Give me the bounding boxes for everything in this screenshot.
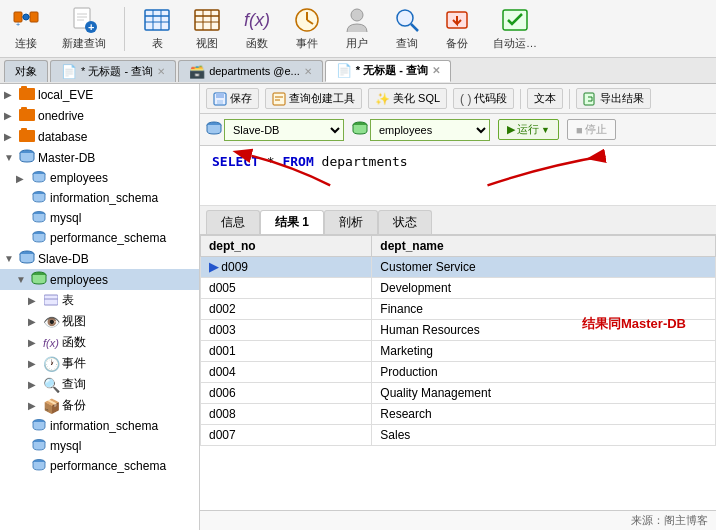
toolbar-table[interactable]: 表 (137, 4, 177, 53)
sidebar-item-slave-db[interactable]: ▼ Slave-DB (0, 248, 199, 269)
toolbar-connect[interactable]: + 连接 (6, 4, 46, 53)
toolbar-event[interactable]: 事件 (287, 4, 327, 53)
toolbar-user[interactable]: 用户 (337, 4, 377, 53)
table-row[interactable]: d008Research (201, 404, 716, 425)
sidebar-label-table-node: 表 (62, 292, 74, 309)
sql-table-name: departments (322, 154, 408, 169)
run-button[interactable]: ▶ 运行 ▼ (498, 119, 559, 140)
backup-label: 备份 (446, 36, 468, 51)
sidebar-label-master-mysql: mysql (50, 211, 81, 225)
tab-untitled-query1[interactable]: 📄 * 无标题 - 查询 ✕ (50, 60, 176, 82)
result-table: dept_no dept_name ▶ d009Customer Service… (200, 235, 716, 446)
tab-object[interactable]: 对象 (4, 60, 48, 82)
text-button[interactable]: 文本 (527, 88, 563, 109)
table-select[interactable]: employees departments (370, 119, 490, 141)
beautify-sql-button[interactable]: ✨ 美化 SQL (368, 88, 447, 109)
svg-rect-35 (21, 128, 27, 132)
connect-icon: + (12, 6, 40, 34)
svg-rect-16 (195, 10, 219, 30)
tab-query1-label: * 无标题 - 查询 (81, 64, 153, 79)
sidebar-label-employees-db: employees (50, 273, 108, 287)
sidebar-item-master-db[interactable]: ▼ Master-DB (0, 147, 199, 168)
tree-arrow-onedrive: ▶ (4, 110, 16, 121)
table-row[interactable]: d005Development (201, 278, 716, 299)
tab-dept-close[interactable]: ✕ (304, 66, 312, 77)
auto-label: 自动运… (493, 36, 537, 51)
db-select[interactable]: Slave-DB Master-DB (224, 119, 344, 141)
sidebar-item-table-node[interactable]: ▶ 表 (0, 290, 199, 311)
sidebar-item-database[interactable]: ▶ database (0, 126, 199, 147)
sidebar-label-master-db: Master-DB (38, 151, 95, 165)
cell-dept-no: d008 (201, 404, 372, 425)
tab-dept-label: departments @e... (209, 65, 300, 77)
table-row[interactable]: d006Quality Management (201, 383, 716, 404)
sidebar-item-master-employees[interactable]: ▶ employees (0, 168, 199, 188)
table-row[interactable]: d004Production (201, 362, 716, 383)
result-tab-status[interactable]: 状态 (378, 210, 432, 234)
svg-line-26 (411, 24, 418, 31)
table-row[interactable]: d007Sales (201, 425, 716, 446)
stop-icon: ■ (576, 124, 583, 136)
sidebar-item-func-node[interactable]: ▶ f(x) 函数 (0, 332, 199, 353)
sidebar-label-master-perf-schema: performance_schema (50, 231, 166, 245)
toolbar-function[interactable]: f(x) 函数 (237, 4, 277, 53)
tree-icon-view-node: 👁️ (42, 314, 60, 330)
code-segment-label: 代码段 (474, 91, 507, 106)
result-tab-result1-label: 结果 1 (275, 215, 309, 229)
toolbar-view[interactable]: 视图 (187, 4, 227, 53)
svg-rect-43 (44, 295, 58, 305)
sidebar-item-event-node[interactable]: ▶ 🕐 事件 (0, 353, 199, 374)
table-row[interactable]: d001Marketing (201, 341, 716, 362)
cell-dept-name: Marketing (372, 341, 716, 362)
toolbar-auto[interactable]: 自动运… (487, 4, 543, 53)
run-dropdown-icon: ▼ (541, 125, 550, 135)
query-editor[interactable]: SELECT * FROM departments (200, 146, 716, 206)
cell-dept-name: Development (372, 278, 716, 299)
sidebar-item-master-mysql[interactable]: mysql (0, 208, 199, 228)
sidebar-item-backup-node[interactable]: ▶ 📦 备份 (0, 395, 199, 416)
sidebar-item-view-node[interactable]: ▶ 👁️ 视图 (0, 311, 199, 332)
tree-arrow-local-eve: ▶ (4, 89, 16, 100)
svg-rect-49 (216, 93, 224, 98)
table-row[interactable]: ▶ d009Customer Service (201, 257, 716, 278)
cell-dept-no: d005 (201, 278, 372, 299)
sidebar-item-query-node[interactable]: ▶ 🔍 查询 (0, 374, 199, 395)
toolbar-query[interactable]: 查询 (387, 4, 427, 53)
tab-query2-close[interactable]: ✕ (432, 65, 440, 76)
tab-departments[interactable]: 🗃️ departments @e... ✕ (178, 60, 323, 82)
cell-dept-no: d003 (201, 320, 372, 341)
result-tab-result1[interactable]: 结果 1 (260, 210, 324, 234)
sidebar-item-slave-info-schema[interactable]: information_schema (0, 416, 199, 436)
table-icon (143, 6, 171, 34)
tab-dept-icon: 🗃️ (189, 64, 205, 79)
event-icon (293, 6, 321, 34)
sidebar-item-onedrive[interactable]: ▶ onedrive (0, 105, 199, 126)
query-builder-button[interactable]: 查询创建工具 (265, 88, 362, 109)
tab-query1-close[interactable]: ✕ (157, 66, 165, 77)
toolbar-backup[interactable]: 备份 (437, 4, 477, 53)
view-icon (193, 6, 221, 34)
export-result-button[interactable]: 导出结果 (576, 88, 651, 109)
result-tab-profile[interactable]: 剖析 (324, 210, 378, 234)
tree-arrow-employees-db: ▼ (16, 274, 28, 285)
beautify-sql-icon: ✨ (375, 92, 390, 106)
query-label: 查询 (396, 36, 418, 51)
toolbar-new-query[interactable]: + 新建查询 (56, 4, 112, 53)
stop-button[interactable]: ■ 停止 (567, 119, 616, 140)
result-tab-info[interactable]: 信息 (206, 210, 260, 234)
db-selector: Slave-DB Master-DB (206, 119, 344, 141)
svg-rect-51 (273, 93, 285, 105)
cell-dept-name: Sales (372, 425, 716, 446)
tree-arrow-master-employees: ▶ (16, 173, 28, 184)
tab-untitled-query2[interactable]: 📄 * 无标题 - 查询 ✕ (325, 60, 451, 82)
code-segment-button[interactable]: ( ) 代码段 (453, 88, 514, 109)
sidebar-item-master-perf-schema[interactable]: performance_schema (0, 228, 199, 248)
save-button[interactable]: 保存 (206, 88, 259, 109)
sidebar-item-local-eve[interactable]: ▶ local_EVE (0, 84, 199, 105)
sidebar-item-employees-db[interactable]: ▼ employees (0, 269, 199, 290)
tree-icon-query-node: 🔍 (42, 377, 60, 393)
sidebar-item-slave-perf-schema[interactable]: performance_schema (0, 456, 199, 476)
svg-text:+: + (88, 21, 94, 33)
sidebar-item-slave-mysql[interactable]: mysql (0, 436, 199, 456)
sidebar-item-master-info-schema[interactable]: information_schema (0, 188, 199, 208)
